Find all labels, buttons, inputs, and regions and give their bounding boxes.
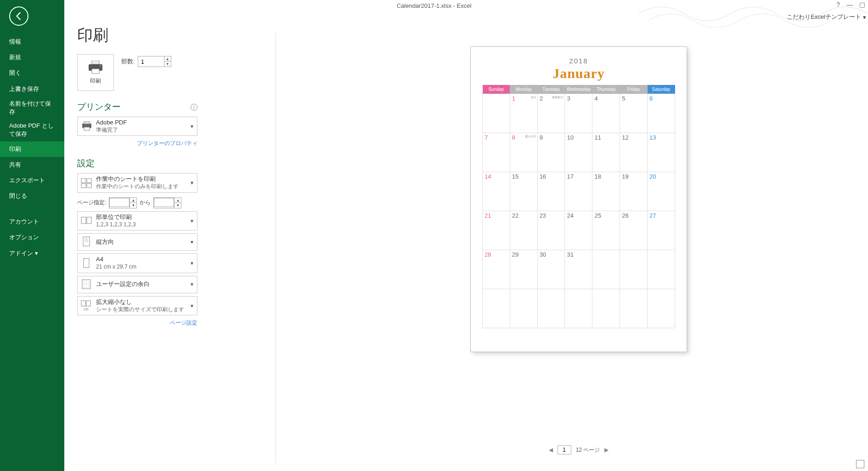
calendar-cell: 17 (565, 172, 592, 211)
chevron-down-icon: ▼ (190, 261, 194, 266)
nav-options[interactable]: オプション (0, 230, 64, 245)
scaling-sub: シートを実際のサイズで印刷します (96, 306, 190, 314)
nav-account[interactable]: アカウント (0, 214, 64, 230)
nav-export[interactable]: エクスポート (0, 173, 64, 188)
nav-close[interactable]: 閉じる (0, 188, 64, 204)
svg-rect-0 (92, 61, 99, 64)
collate-dropdown[interactable]: 部単位で印刷1,2,3 1,2,3 1,2,3 ▼ (77, 211, 197, 230)
svg-rect-9 (81, 184, 86, 188)
calendar-cell: 4 (592, 94, 620, 133)
pages-label: ページ指定: (77, 199, 106, 207)
page-to-input[interactable] (154, 198, 174, 207)
calendar-cell: 24 (565, 211, 592, 250)
nav-print[interactable]: 印刷 (0, 141, 64, 157)
pages-to-label: から (140, 199, 151, 207)
scaling-title: 拡大縮小なし (96, 298, 190, 306)
copies-up-icon[interactable]: ▲ (164, 56, 171, 62)
calendar-cell: 7 (483, 133, 510, 172)
svg-rect-2 (92, 69, 99, 73)
page-navigator: ◀ 12 ページ ▶ (549, 443, 609, 457)
printer-dropdown[interactable]: Adobe PDF準備完了 ▼ (77, 117, 197, 136)
restore-icon[interactable]: ▢ (859, 1, 865, 8)
copies-label: 部数: (121, 57, 135, 66)
day-header-thu: Thursday (592, 85, 620, 94)
printer-properties-link[interactable]: プリンターのプロパティ (77, 140, 197, 147)
up-icon[interactable]: ▲ (175, 198, 181, 203)
chevron-down-icon: ▼ (190, 303, 194, 308)
calendar-cell (592, 289, 620, 328)
svg-rect-21 (81, 301, 85, 306)
vertical-divider (276, 33, 276, 464)
svg-rect-7 (81, 179, 86, 183)
day-header-fri: Friday (620, 85, 648, 94)
nav-new[interactable]: 新規 (0, 50, 64, 65)
next-page-icon[interactable]: ▶ (604, 447, 609, 453)
calendar-cell: 20 (648, 172, 675, 211)
nav-save[interactable]: 上書き保存 (0, 81, 64, 97)
print-button[interactable]: 印刷 (77, 54, 114, 91)
copies-spinner[interactable]: ▲▼ (138, 56, 171, 67)
info-icon[interactable]: i (191, 104, 197, 111)
nav-open[interactable]: 開く (0, 65, 64, 81)
nav-info[interactable]: 情報 (0, 34, 64, 50)
page-to-spinner[interactable]: ▲▼ (153, 197, 181, 208)
page-number-input[interactable] (558, 445, 571, 454)
nav-addin[interactable]: アドイン ▾ (0, 246, 64, 261)
calendar-cell: 14 (483, 172, 510, 211)
calendar-cell: 9 (537, 133, 565, 172)
page-from-input[interactable] (109, 198, 130, 207)
calendar-month: January (471, 66, 687, 81)
calendar-cell: 16 (537, 172, 565, 211)
calendar-cell: 27 (648, 211, 675, 250)
print-what-dropdown[interactable]: 作業中のシートを印刷作業中のシートのみを印刷します ▼ (77, 173, 197, 192)
calendar-cell (510, 289, 537, 328)
calendar-cell: 22 (510, 211, 537, 250)
page-setup-link[interactable]: ページ設定 (77, 319, 197, 327)
print-button-label: 印刷 (90, 77, 101, 85)
nav-adobe-pdf[interactable]: Adobe PDF として保存 (0, 119, 64, 141)
scaling-icon: 100 (80, 299, 93, 312)
nav-share[interactable]: 共有 (0, 157, 64, 173)
collate-title: 部単位で印刷 (96, 213, 190, 221)
chevron-down-icon: ▼ (190, 219, 194, 224)
svg-rect-11 (81, 217, 86, 224)
margins-icon (80, 278, 93, 291)
chevron-down-icon: ▼ (190, 240, 194, 245)
calendar-cell: 2振替休日 (537, 94, 565, 133)
back-button[interactable] (9, 6, 28, 26)
zoom-to-page-icon[interactable] (856, 460, 864, 468)
print-preview: 2018 January Sunday Monday Tuesday Wedne… (289, 25, 868, 457)
down-icon[interactable]: ▼ (175, 203, 181, 208)
print-what-sub: 作業中のシートのみを印刷します (96, 183, 190, 191)
svg-rect-22 (86, 301, 90, 306)
down-icon[interactable]: ▼ (130, 203, 136, 208)
calendar-cell: 25 (592, 211, 620, 250)
scaling-dropdown[interactable]: 100 拡大縮小なしシートを実際のサイズで印刷します ▼ (77, 296, 197, 315)
copies-input[interactable] (138, 56, 164, 67)
backstage-sidebar: 情報 新規 開く 上書き保存 名前を付けて保存 Adobe PDF として保存 … (0, 0, 64, 471)
page-from-spinner[interactable]: ▲▼ (109, 197, 137, 208)
help-icon[interactable]: ? (836, 1, 840, 8)
collate-icon (80, 214, 93, 227)
copies-down-icon[interactable]: ▼ (164, 62, 171, 67)
up-icon[interactable]: ▲ (130, 198, 136, 203)
nav-saveas[interactable]: 名前を付けて保存 (0, 97, 64, 119)
calendar-cell (648, 250, 675, 289)
day-header-sun: Sunday (483, 85, 510, 94)
print-what-title: 作業中のシートを印刷 (96, 175, 190, 183)
prev-page-icon[interactable]: ◀ (549, 447, 553, 453)
titlebar: Calendar2017-1.xlsx - Excel ? — ▢ (0, 0, 868, 11)
svg-rect-10 (87, 184, 91, 188)
minimize-icon[interactable]: — (846, 1, 853, 8)
margins-title: ユーザー設定の余白 (96, 280, 190, 288)
margins-dropdown[interactable]: ユーザー設定の余白 ▼ (77, 276, 197, 293)
svg-text:100: 100 (83, 308, 89, 311)
paper-dropdown[interactable]: A421 cm x 29.7 cm ▼ (77, 253, 197, 273)
calendar-cell: 29 (510, 250, 537, 289)
calendar-cell (565, 289, 592, 328)
printer-section-heading: プリンター i (77, 101, 197, 113)
calendar-cell: 6 (648, 94, 675, 133)
orientation-dropdown[interactable]: 縦方向 ▼ (77, 233, 197, 251)
calendar-cell (483, 94, 510, 133)
collate-sub: 1,2,3 1,2,3 1,2,3 (96, 221, 190, 229)
